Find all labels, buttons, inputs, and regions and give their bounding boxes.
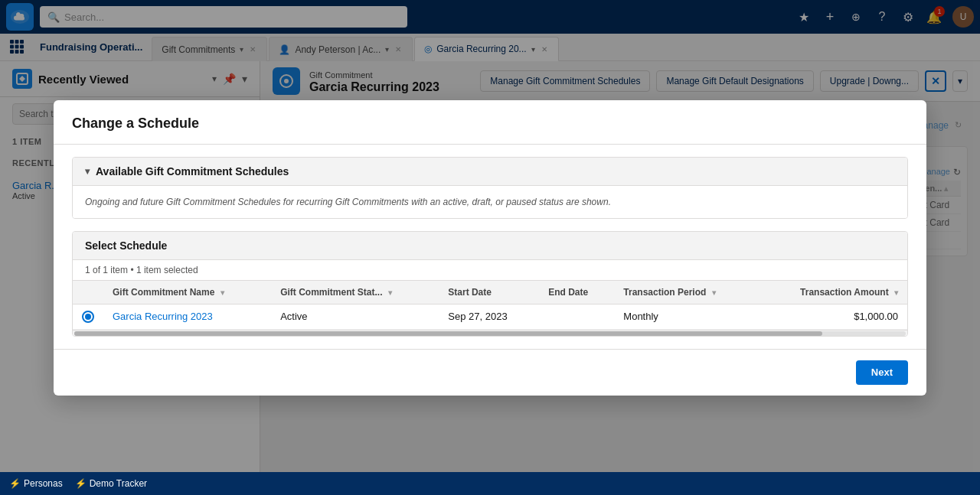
row-status: Active xyxy=(271,304,439,329)
schedule-table-wrapper: Gift Commitment Name ▾ Gift Commitment S… xyxy=(73,281,907,336)
col-status[interactable]: Gift Commitment Stat... ▾ xyxy=(271,281,439,304)
row-radio-button[interactable] xyxy=(82,311,94,323)
row-period: Monthly xyxy=(614,304,756,329)
bottom-bar: ⚡ Personas ⚡ Demo Tracker xyxy=(0,472,980,495)
available-schedules-header[interactable]: ▾ Available Gift Commitment Schedules xyxy=(73,158,907,185)
table-header-row: Gift Commitment Name ▾ Gift Commitment S… xyxy=(73,281,907,304)
row-radio-cell[interactable] xyxy=(73,304,103,329)
personas-icon: ⚡ xyxy=(9,478,21,489)
available-schedules-section: ▾ Available Gift Commitment Schedules On… xyxy=(72,157,908,219)
modal-header: Change a Schedule xyxy=(54,100,926,145)
change-schedule-modal: Change a Schedule ▾ Available Gift Commi… xyxy=(54,100,926,396)
demo-tracker-label: Demo Tracker xyxy=(90,478,147,489)
personas-item[interactable]: ⚡ Personas xyxy=(9,478,63,489)
table-scrollbar[interactable] xyxy=(73,330,907,336)
demo-tracker-item[interactable]: ⚡ Demo Tracker xyxy=(75,478,147,489)
col-status-sort: ▾ xyxy=(388,288,392,297)
scrollbar-track xyxy=(74,331,906,336)
available-schedules-body: Ongoing and future Gift Commitment Sched… xyxy=(73,185,907,218)
col-end-date: End Date xyxy=(539,281,614,304)
next-button[interactable]: Next xyxy=(856,360,908,385)
row-name: Garcia Recurring 2023 xyxy=(103,304,271,329)
col-amount-sort: ▾ xyxy=(894,288,898,297)
row-name-link[interactable]: Garcia Recurring 2023 xyxy=(113,311,213,322)
col-start-date: Start Date xyxy=(439,281,539,304)
modal-overlay: Change a Schedule ▾ Available Gift Commi… xyxy=(0,0,980,495)
radio-inner xyxy=(85,314,91,320)
col-period-sort: ▾ xyxy=(712,288,716,297)
modal-title: Change a Schedule xyxy=(72,116,908,132)
col-amount[interactable]: Transaction Amount ▾ xyxy=(757,281,907,304)
col-period[interactable]: Transaction Period ▾ xyxy=(614,281,756,304)
scrollbar-thumb[interactable] xyxy=(74,331,822,336)
section-description: Ongoing and future Gift Commitment Sched… xyxy=(85,197,611,207)
item-separator: • xyxy=(130,265,136,275)
personas-label: Personas xyxy=(24,478,63,489)
section-title: Available Gift Commitment Schedules xyxy=(96,165,289,177)
table-row[interactable]: Garcia Recurring 2023 Active Sep 27, 202… xyxy=(73,304,907,329)
select-schedule-panel: Select Schedule 1 of 1 item • 1 item sel… xyxy=(72,231,908,337)
section-collapse-icon[interactable]: ▾ xyxy=(85,166,90,177)
modal-footer: Next xyxy=(54,349,926,396)
row-amount: $1,000.00 xyxy=(757,304,907,329)
select-schedule-title: Select Schedule xyxy=(85,239,167,252)
selected-count: 1 item selected xyxy=(136,265,198,275)
item-count: 1 of 1 item xyxy=(85,265,128,275)
schedule-table: Gift Commitment Name ▾ Gift Commitment S… xyxy=(73,281,907,330)
row-start-date: Sep 27, 2023 xyxy=(439,304,539,329)
select-count: 1 of 1 item • 1 item selected xyxy=(73,260,907,281)
col-name[interactable]: Gift Commitment Name ▾ xyxy=(103,281,271,304)
col-name-sort: ▾ xyxy=(220,288,224,297)
select-schedule-header: Select Schedule xyxy=(73,232,907,260)
demo-tracker-icon: ⚡ xyxy=(75,478,87,489)
modal-body: ▾ Available Gift Commitment Schedules On… xyxy=(54,145,926,349)
row-end-date xyxy=(539,304,614,329)
select-col xyxy=(73,281,103,304)
